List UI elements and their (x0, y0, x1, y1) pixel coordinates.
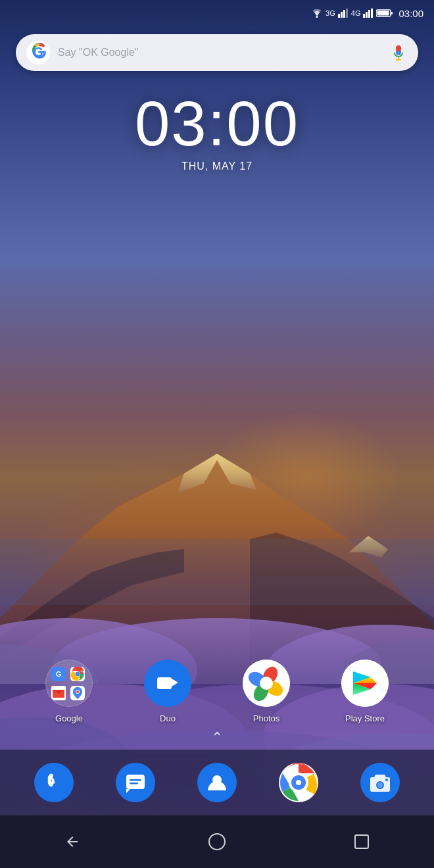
messages-icon (124, 771, 147, 794)
back-icon (64, 834, 80, 850)
svg-point-35 (76, 671, 80, 676)
svg-point-17 (316, 16, 318, 18)
nav-home-button[interactable] (201, 825, 233, 858)
svg-point-63 (296, 780, 301, 785)
photos-icon-svg (243, 660, 290, 707)
home-icon (208, 833, 226, 850)
dock-contacts[interactable] (197, 763, 237, 802)
svg-rect-19 (341, 12, 343, 18)
svg-rect-10 (0, 539, 434, 605)
camera-icon (368, 771, 392, 794)
dock-camera[interactable] (360, 763, 400, 802)
folder-google-icon: G (51, 667, 66, 681)
svg-rect-22 (363, 14, 365, 18)
svg-rect-43 (157, 677, 172, 689)
search-hint: Say "OK Google" (58, 47, 389, 59)
duo-video-icon (151, 666, 185, 700)
recents-icon (354, 834, 369, 849)
svg-point-50 (260, 677, 273, 690)
duo-icon[interactable] (144, 660, 191, 707)
svg-rect-52 (126, 775, 145, 789)
swipe-chevron-icon: ⌃ (211, 729, 223, 746)
app-photos[interactable]: Photos (243, 660, 290, 723)
clock-time: 03:00 (0, 92, 434, 155)
nav-recents-button[interactable] (345, 825, 378, 858)
playstore-icon-svg (341, 660, 389, 707)
svg-rect-18 (338, 14, 340, 18)
svg-point-66 (385, 779, 388, 781)
app-google[interactable]: G (45, 660, 93, 723)
svg-rect-25 (371, 9, 373, 18)
duo-label: Duo (160, 713, 176, 723)
dock-chrome[interactable] (279, 763, 318, 802)
svg-point-39 (76, 690, 79, 693)
nav-bar (0, 815, 434, 868)
network-3g-label: 3G (326, 9, 335, 17)
folder-gmail-icon (51, 686, 66, 700)
signal-3g-icon (338, 9, 349, 18)
svg-rect-55 (130, 783, 138, 784)
svg-rect-21 (346, 9, 348, 18)
swipe-up-indicator[interactable]: ⌃ (0, 729, 434, 746)
svg-rect-20 (343, 10, 345, 18)
wifi-icon (311, 9, 323, 18)
svg-rect-28 (377, 11, 389, 16)
photos-label: Photos (253, 713, 279, 723)
app-playstore[interactable]: Play Store (341, 660, 389, 723)
dock-messages[interactable] (116, 763, 155, 802)
folder-chrome-icon (70, 667, 85, 681)
status-bar: 3G 4G 03:00 (0, 0, 434, 26)
playstore-icon[interactable] (341, 660, 389, 707)
svg-rect-24 (368, 10, 370, 18)
svg-point-65 (377, 783, 383, 788)
search-bar[interactable]: G Say "OK Google" (16, 34, 418, 71)
nav-back-button[interactable] (56, 825, 89, 858)
contacts-icon (205, 771, 229, 794)
clock-date: THU, MAY 17 (0, 160, 434, 172)
chrome-icon (279, 763, 318, 802)
phone-icon (42, 771, 66, 794)
svg-rect-32 (396, 59, 401, 60)
dock-phone[interactable] (34, 763, 74, 802)
svg-rect-54 (130, 779, 141, 781)
dock (0, 750, 434, 815)
signal-4g-icon (363, 9, 374, 18)
google-label: Google (55, 713, 83, 723)
playstore-label: Play Store (345, 713, 385, 723)
network-4g-label: 4G (351, 9, 361, 17)
folder-maps-icon (70, 686, 85, 700)
google-folder-icon[interactable]: G (45, 660, 93, 707)
app-duo[interactable]: Duo (144, 660, 191, 723)
app-grid: G (0, 660, 434, 723)
photos-icon[interactable] (243, 660, 290, 707)
svg-rect-27 (391, 12, 393, 14)
clock-container: 03:00 THU, MAY 17 (0, 92, 434, 172)
status-time: 03:00 (398, 8, 423, 19)
status-icons: 3G 4G 03:00 (311, 8, 423, 19)
battery-icon (376, 9, 393, 18)
svg-marker-53 (126, 789, 130, 793)
google-logo: G (26, 41, 50, 64)
microphone-icon[interactable] (389, 43, 408, 62)
svg-rect-23 (366, 12, 368, 18)
